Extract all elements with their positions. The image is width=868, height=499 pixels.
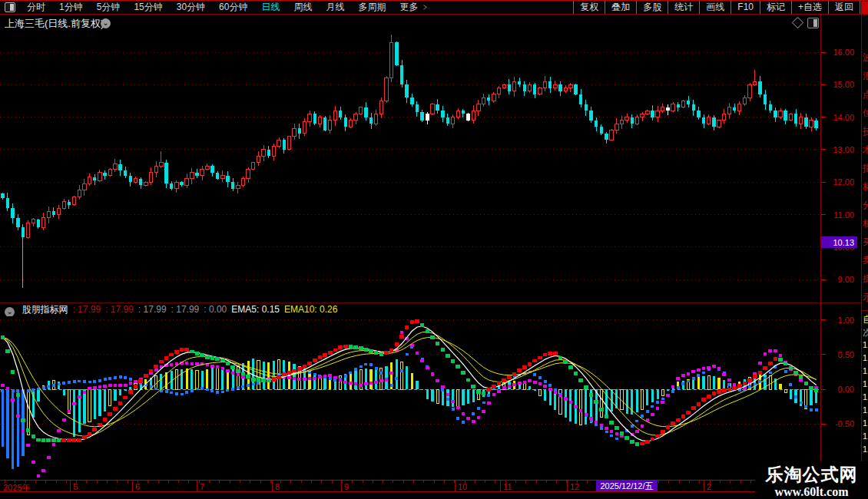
ladder-step-34 [174, 350, 179, 354]
candle-142 [727, 107, 731, 114]
axis-tick [536, 481, 537, 483]
magenta-step-103 [528, 379, 532, 382]
ladder-step-127 [651, 438, 655, 441]
price-highlight-label: 10.13 [833, 238, 854, 247]
blue-dot-18 [93, 380, 96, 383]
hist-bar-22 [114, 389, 116, 401]
magenta-step-26 [134, 380, 137, 383]
hist-bar-51 [263, 362, 265, 389]
strip-char: 指 [863, 162, 868, 175]
hist-bar-45 [232, 368, 234, 389]
indicator-name: 股朋指标网 [22, 303, 68, 316]
menu-item-period-3[interactable]: 15分钟 [127, 1, 169, 14]
price-tick-9.00: 9.00 [838, 275, 854, 284]
diamond-icon[interactable] [792, 17, 804, 29]
axis-tick [188, 481, 189, 483]
menu-item-period-6[interactable]: 日线 [254, 1, 287, 14]
time-axis[interactable]: 2025年5678910111222025/12/12/五 [0, 480, 868, 492]
strip-char: 买 [863, 236, 868, 249]
ladder-step-73 [374, 351, 379, 355]
chevron-down-icon[interactable]: ⌄ [5, 307, 15, 316]
magenta-step-65 [333, 376, 337, 379]
main-price-chart[interactable]: 16.0015.0014.0013.0012.0011.0010.009.001… [0, 31, 868, 302]
candle-111 [569, 84, 572, 88]
candle-12 [62, 202, 65, 208]
menu-item-period-8[interactable]: 月线 [319, 1, 351, 14]
menu-item-period-9[interactable]: 多周期 [351, 1, 393, 14]
ladder-step-142 [727, 388, 732, 392]
axis-tick [35, 481, 36, 483]
blue-dot-95 [487, 394, 490, 397]
hist-bar-25 [129, 387, 131, 389]
ladder-step-103 [528, 362, 532, 366]
menu-item-period-10[interactable]: 更多 ﹥ [393, 1, 436, 14]
blue-dot-155 [794, 395, 797, 398]
ladder-step-18 [92, 428, 97, 431]
ladder-step-74 [379, 352, 384, 356]
ladder-step-60 [307, 362, 312, 365]
menu-item-tool-6[interactable]: 标记 [760, 1, 791, 14]
candle-70 [359, 107, 363, 114]
month-divider [272, 481, 273, 491]
magenta-step-42 [216, 365, 220, 368]
hist-bar-124 [636, 389, 638, 412]
menu-item-period-0[interactable]: 分时 [20, 1, 52, 14]
candle-143 [733, 107, 736, 111]
candle-48 [247, 169, 250, 179]
menu-item-tool-7[interactable]: +自选 [791, 1, 828, 14]
hist-bar-104 [534, 389, 536, 391]
ladder-step-15 [77, 438, 81, 442]
magenta-step-66 [339, 378, 343, 382]
candle-124 [635, 117, 638, 124]
axis-tick [546, 481, 547, 483]
corner-scroll-block[interactable] [861, 2, 868, 14]
magenta-step-88 [451, 400, 455, 403]
menu-item-tool-2[interactable]: 多股 [636, 1, 668, 14]
menu-item-tool-1[interactable]: 叠加 [605, 1, 636, 14]
menu-item-tool-5[interactable]: F10 [731, 1, 760, 14]
ladder-step-109 [558, 356, 563, 360]
blue-dot-76 [390, 384, 393, 387]
price-tick-16.00: 16.00 [833, 48, 854, 57]
candle-57 [293, 128, 296, 137]
blue-dot-19 [98, 379, 101, 382]
magenta-step-96 [492, 393, 496, 396]
indicator-chart[interactable]: 1.000.500.00-0.50 [0, 316, 868, 480]
blue-dot-64 [329, 377, 332, 380]
menu-item-period-2[interactable]: 5分钟 [90, 1, 128, 14]
candle-47 [241, 179, 244, 185]
ladder-step-147 [753, 375, 757, 378]
ladder-step-115 [589, 393, 594, 397]
ladder-step-100 [512, 372, 517, 376]
candle-144 [738, 104, 741, 111]
panel-icon[interactable] [807, 18, 819, 28]
menu-item-tool-4[interactable]: 画线 [699, 1, 731, 14]
strip-divider [862, 310, 868, 311]
magenta-step-97 [497, 390, 501, 393]
magenta-step-0 [1, 384, 5, 387]
month-divider [704, 481, 704, 491]
hist-bar-141 [723, 380, 725, 389]
layout-split-icon[interactable] [5, 2, 15, 12]
ladder-step-65 [333, 349, 338, 352]
candle-9 [47, 211, 50, 217]
chevron-down-icon[interactable]: ⌄ [101, 18, 111, 28]
ladder-step-39 [200, 353, 204, 357]
strip-digit: 1 [863, 379, 867, 388]
menu-item-period-5[interactable]: 60分钟 [212, 1, 254, 14]
menu-item-period-7[interactable]: 周线 [287, 1, 319, 14]
menu-item-tool-8[interactable]: 返回 [828, 1, 860, 14]
magenta-step-73 [374, 381, 378, 384]
menu-item-tool-0[interactable]: 复权 [573, 1, 605, 14]
menu-item-tool-3[interactable]: 统计 [668, 1, 699, 14]
blue-dot-45 [231, 388, 234, 391]
menu-item-period-1[interactable]: 1分钟 [52, 1, 90, 14]
blue-dot-159 [815, 408, 818, 411]
ladder-step-11 [57, 438, 61, 442]
hist-bar-46 [237, 365, 239, 389]
ladder-step-29 [149, 369, 154, 373]
ladder-step-17 [88, 432, 92, 436]
magenta-step-142 [727, 378, 731, 382]
menu-item-period-4[interactable]: 30分钟 [170, 1, 212, 14]
magenta-step-64 [328, 374, 332, 377]
